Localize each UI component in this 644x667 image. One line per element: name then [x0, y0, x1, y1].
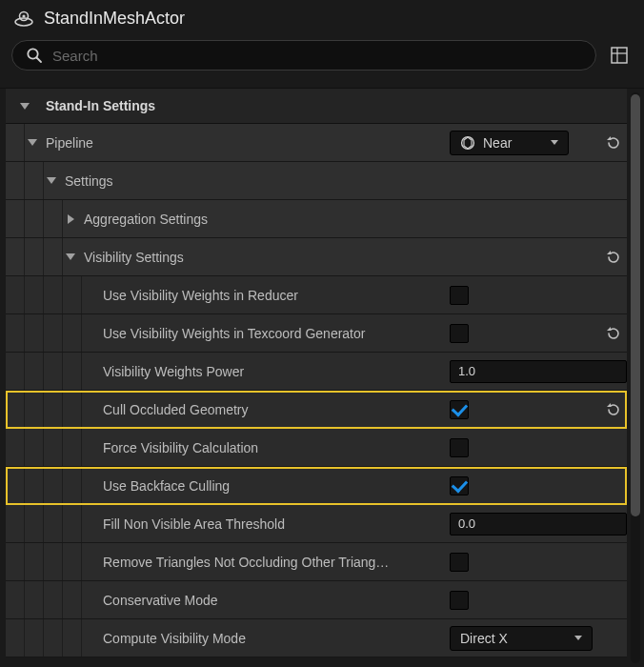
svg-point-2	[22, 14, 25, 17]
dropdown-value: Direct X	[460, 631, 567, 646]
property-label: Conservative Mode	[103, 593, 444, 608]
search-input[interactable]	[52, 48, 582, 64]
row-pipeline[interactable]: Pipeline Near	[6, 124, 627, 162]
reset-button[interactable]	[604, 249, 621, 266]
chevron-down-icon	[551, 140, 558, 145]
property-row: Remove Triangles Not Occluding Other Tri…	[6, 543, 627, 581]
spacer	[82, 326, 97, 341]
property-row: Fill Non Visible Area Threshold	[6, 505, 627, 543]
property-row: Cull Occluded Geometry	[6, 391, 627, 429]
checkbox[interactable]	[450, 324, 469, 343]
reset-button[interactable]	[604, 325, 621, 342]
svg-rect-5	[612, 48, 627, 63]
spacer	[82, 478, 97, 494]
indent	[6, 276, 82, 313]
chevron-down-icon	[25, 135, 40, 151]
value-cell	[444, 360, 598, 383]
property-row: Use Visibility Weights in Reducer	[6, 276, 627, 314]
property-row: Visibility Weights Power	[6, 353, 627, 391]
property-label: Aggregation Settings	[84, 212, 444, 227]
checkbox[interactable]	[450, 438, 469, 457]
svg-point-0	[15, 18, 32, 26]
indent	[6, 581, 82, 618]
property-row: Conservative Mode	[6, 581, 627, 619]
property-label: Use Backface Culling	[103, 478, 444, 494]
checkbox[interactable]	[450, 591, 469, 610]
chevron-down-icon	[574, 636, 582, 640]
spacer	[82, 402, 97, 417]
property-row: Use Backface Culling	[6, 467, 627, 505]
details-panel: Stand-In Settings Pipeline Near	[0, 88, 644, 667]
chevron-right-icon	[63, 212, 78, 227]
value-cell	[444, 400, 598, 419]
panel-title: StandInMeshActor	[44, 9, 185, 29]
value-cell	[444, 553, 598, 572]
search-field-wrap[interactable]	[11, 40, 596, 71]
spacer	[82, 440, 97, 455]
property-label: Pipeline	[46, 135, 444, 151]
property-matrix-button[interactable]	[606, 42, 633, 69]
indent	[6, 391, 82, 428]
property-label: Visibility Weights Power	[103, 364, 444, 379]
property-label: Use Visibility Weights in Reducer	[103, 288, 444, 303]
checkbox[interactable]	[450, 400, 469, 419]
spacer	[82, 555, 97, 570]
property-label: Force Visibility Calculation	[103, 440, 444, 455]
property-row: Use Visibility Weights in Texcoord Gener…	[6, 314, 627, 353]
panel-header: StandInMeshActor	[0, 0, 644, 34]
property-label: Visibility Settings	[84, 250, 444, 265]
property-label: Remove Triangles Not Occluding Other Tri…	[103, 555, 444, 570]
spacer	[82, 593, 97, 608]
chevron-down-icon	[44, 173, 59, 189]
dropdown-value: Near	[483, 135, 543, 151]
checkbox[interactable]	[450, 286, 469, 305]
section-standin-settings[interactable]: Stand-In Settings	[6, 89, 627, 124]
checkbox[interactable]	[450, 553, 469, 572]
row-aggregation-settings[interactable]: Aggregation Settings	[6, 200, 627, 238]
property-label: Compute Visibility Mode	[103, 631, 444, 646]
scrollbar-thumb[interactable]	[631, 94, 640, 516]
spacer	[82, 288, 97, 303]
value-cell	[444, 438, 598, 457]
pipeline-dropdown[interactable]: Near	[450, 131, 569, 155]
indent	[6, 314, 82, 352]
chevron-down-icon	[63, 250, 78, 265]
spacer	[82, 364, 97, 379]
spacer	[82, 516, 97, 532]
scrollbar[interactable]	[631, 92, 640, 663]
indent	[6, 467, 82, 504]
enum-dropdown[interactable]: Direct X	[450, 626, 593, 651]
indent	[6, 619, 82, 657]
value-cell	[444, 476, 598, 495]
value-cell	[444, 591, 598, 610]
row-settings[interactable]: Settings	[6, 162, 627, 200]
property-row: Force Visibility Calculation	[6, 429, 627, 467]
number-input[interactable]	[450, 360, 627, 383]
row-visibility-settings[interactable]: Visibility Settings	[6, 238, 627, 276]
value-cell	[444, 324, 598, 343]
pipeline-icon	[460, 135, 475, 151]
grid-icon	[610, 46, 629, 65]
chevron-down-icon	[17, 98, 32, 113]
property-label: Use Visibility Weights in Texcoord Gener…	[103, 326, 444, 341]
value-cell	[444, 513, 598, 536]
value-cell: Direct X	[444, 626, 598, 651]
search-icon	[26, 47, 43, 64]
reset-cell	[598, 325, 627, 342]
number-input[interactable]	[450, 513, 627, 536]
search-row	[0, 34, 644, 80]
spacer	[82, 631, 97, 646]
reset-button[interactable]	[604, 401, 621, 418]
actor-icon	[13, 8, 34, 29]
indent	[6, 353, 82, 390]
indent	[6, 505, 82, 542]
reset-button[interactable]	[604, 134, 621, 152]
value-cell	[444, 286, 598, 305]
checkbox[interactable]	[450, 476, 469, 495]
section-title: Stand-In Settings	[46, 98, 155, 113]
indent	[6, 429, 82, 466]
property-label: Cull Occluded Geometry	[103, 402, 444, 417]
property-label: Fill Non Visible Area Threshold	[103, 516, 444, 532]
indent	[6, 543, 82, 580]
svg-line-4	[37, 58, 42, 63]
